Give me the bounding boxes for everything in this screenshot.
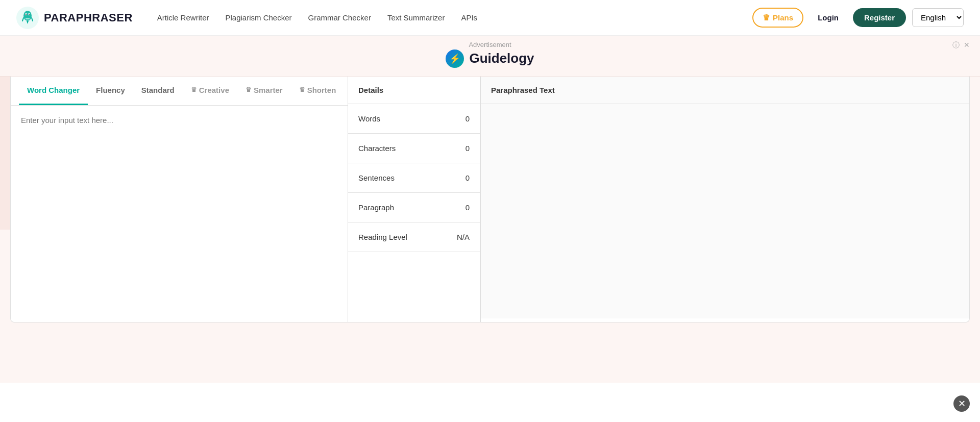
ad-info-icon[interactable]: ⓘ xyxy=(952,41,960,50)
text-input[interactable] xyxy=(21,116,337,310)
svg-point-5 xyxy=(29,14,30,15)
crown-icon: ♛ xyxy=(763,13,770,22)
plans-label: Plans xyxy=(773,13,793,22)
guidelogy-name: Guidelogy xyxy=(469,51,534,66)
tab-smarter[interactable]: ♛ Smarter xyxy=(237,77,291,105)
tab-shorten[interactable]: ♛ Shorten xyxy=(291,77,345,105)
detail-characters: Characters 0 xyxy=(348,134,480,163)
logo-text: PARAPHRASER xyxy=(44,11,133,24)
sentences-value: 0 xyxy=(465,173,470,182)
main-area: Word Changer Fluency Standard ♛ Creative… xyxy=(0,77,980,383)
paraphrased-panel: Paraphrased Text xyxy=(480,77,969,322)
nav-actions: ♛ Plans Login Register English Spanish F… xyxy=(752,8,964,28)
ad-close-controls: ⓘ ✕ xyxy=(952,41,970,50)
ad-content: ⚡ Guidelogy xyxy=(446,49,534,68)
words-label: Words xyxy=(358,114,380,123)
crown-icon-shorten: ♛ xyxy=(299,86,305,93)
plans-button[interactable]: ♛ Plans xyxy=(752,8,803,28)
paragraph-value: 0 xyxy=(465,203,470,212)
input-area xyxy=(11,106,348,322)
tool-container: Word Changer Fluency Standard ♛ Creative… xyxy=(10,77,970,322)
svg-point-4 xyxy=(26,14,27,15)
crown-icon-creative: ♛ xyxy=(191,86,197,93)
nav-apis[interactable]: APIs xyxy=(461,13,477,22)
paragraph-label: Paragraph xyxy=(358,203,394,212)
detail-words: Words 0 xyxy=(348,104,480,134)
details-header: Details xyxy=(348,77,480,104)
crown-icon-smarter: ♛ xyxy=(246,86,252,93)
navbar: PARAPHRASER Article Rewriter Plagiarism … xyxy=(0,0,980,36)
svg-point-1 xyxy=(23,11,32,21)
ad-banner: Advertisement ⓘ ✕ ⚡ Guidelogy xyxy=(0,36,980,77)
ad-label: Advertisement xyxy=(469,41,511,48)
ad-close-icon[interactable]: ✕ xyxy=(964,41,970,50)
nav-links: Article Rewriter Plagiarism Checker Gram… xyxy=(157,13,752,22)
language-select[interactable]: English Spanish French xyxy=(912,8,964,27)
register-button[interactable]: Register xyxy=(853,8,906,27)
characters-value: 0 xyxy=(465,144,470,153)
tabs-bar: Word Changer Fluency Standard ♛ Creative… xyxy=(11,77,348,106)
nav-plagiarism-checker[interactable]: Plagiarism Checker xyxy=(225,13,291,22)
paraphrased-content xyxy=(481,104,969,318)
tab-word-changer[interactable]: Word Changer xyxy=(19,77,88,105)
login-button[interactable]: Login xyxy=(810,9,847,26)
tab-standard[interactable]: Standard xyxy=(133,77,183,105)
tab-creative[interactable]: ♛ Creative xyxy=(183,77,237,105)
logo-icon xyxy=(16,7,39,29)
words-value: 0 xyxy=(465,114,470,123)
detail-reading-level: Reading Level N/A xyxy=(348,222,480,252)
nav-article-rewriter[interactable]: Article Rewriter xyxy=(157,13,209,22)
detail-paragraph: Paragraph 0 xyxy=(348,193,480,222)
logo-link[interactable]: PARAPHRASER xyxy=(16,7,133,29)
reading-level-value: N/A xyxy=(457,233,470,241)
sentences-label: Sentences xyxy=(358,173,395,182)
tab-fluency[interactable]: Fluency xyxy=(88,77,133,105)
input-panel: Word Changer Fluency Standard ♛ Creative… xyxy=(11,77,348,322)
details-panel: Details Words 0 Characters 0 Sentences 0… xyxy=(348,77,480,322)
paraphrased-header: Paraphrased Text xyxy=(481,77,969,104)
nav-text-summarizer[interactable]: Text Summarizer xyxy=(387,13,445,22)
detail-sentences: Sentences 0 xyxy=(348,163,480,193)
guidelogy-logo-icon: ⚡ xyxy=(446,49,464,68)
reading-level-label: Reading Level xyxy=(358,233,407,241)
characters-label: Characters xyxy=(358,144,396,153)
nav-grammar-checker[interactable]: Grammar Checker xyxy=(308,13,371,22)
